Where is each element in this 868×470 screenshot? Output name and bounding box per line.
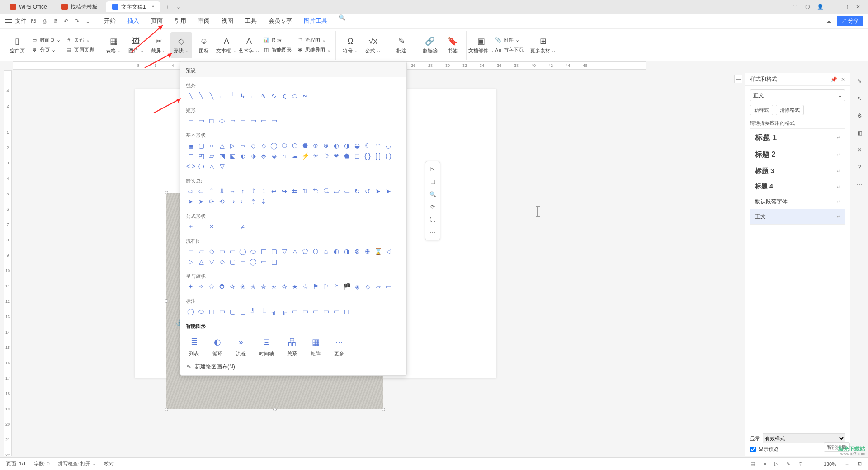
- smart-shape-时间轴[interactable]: ⊟时间轴: [259, 337, 274, 357]
- shape-item[interactable]: ◇: [363, 282, 373, 291]
- shape-item[interactable]: ▭: [331, 306, 341, 316]
- shape-item[interactable]: ⇣: [259, 197, 269, 207]
- shape-item[interactable]: ▭: [321, 306, 331, 316]
- shape-item[interactable]: ☀: [311, 151, 321, 161]
- shape-item[interactable]: ⌐: [248, 91, 258, 101]
- resize-handle[interactable]: [273, 408, 277, 411]
- crop-icon[interactable]: ◫: [427, 176, 439, 188]
- shape-item[interactable]: ➤: [383, 186, 393, 196]
- shape-item[interactable]: ☁: [290, 151, 300, 161]
- shape-item[interactable]: ✪: [217, 282, 227, 291]
- shape-item[interactable]: ⇡: [248, 197, 258, 207]
- shape-item[interactable]: ☆: [300, 282, 310, 291]
- shape-item[interactable]: ⊗: [321, 141, 331, 150]
- tab-insert[interactable]: 插入: [127, 14, 140, 28]
- shape-item[interactable]: 🏴: [342, 282, 352, 291]
- shape-item[interactable]: ▭: [238, 116, 248, 126]
- collapse-panel-button[interactable]: ―: [734, 75, 742, 83]
- shape-item[interactable]: ╗: [269, 306, 279, 316]
- shape-item[interactable]: ➤: [373, 186, 383, 196]
- shape-item[interactable]: ⤵: [259, 186, 269, 196]
- shape-item[interactable]: ✭: [248, 282, 258, 291]
- shape-item[interactable]: △: [290, 246, 300, 256]
- shape-item[interactable]: ▭: [259, 257, 269, 267]
- shape-item[interactable]: ✩: [207, 282, 217, 291]
- shape-item[interactable]: ⌂: [279, 151, 289, 161]
- rotate-icon[interactable]: ⟳: [427, 201, 439, 213]
- shape-item[interactable]: ◯: [248, 257, 258, 267]
- close-button[interactable]: ✕: [852, 4, 864, 10]
- shape-item[interactable]: ⚑: [311, 282, 321, 291]
- shape-item[interactable]: ⇢: [227, 197, 237, 207]
- table-button[interactable]: ▦表格 ⌄: [103, 32, 124, 58]
- shape-item[interactable]: ⚐: [321, 282, 331, 291]
- shape-item[interactable]: ⇠: [238, 197, 248, 207]
- fullscreen-icon[interactable]: ⛶: [427, 214, 439, 226]
- shape-item[interactable]: ╝: [248, 306, 258, 316]
- shape-item[interactable]: ⌂: [321, 246, 331, 256]
- shape-item[interactable]: ⮎: [321, 186, 331, 196]
- resize-handle[interactable]: [165, 299, 168, 303]
- shape-item[interactable]: ⊕: [363, 246, 373, 256]
- shape-item[interactable]: ↪: [279, 186, 289, 196]
- shape-item[interactable]: ◯: [186, 306, 196, 316]
- screenshot-button[interactable]: ✂截屏 ⌄: [148, 32, 170, 58]
- file-menu[interactable]: 文件: [15, 17, 26, 25]
- shape-item[interactable]: ☽: [321, 151, 331, 161]
- fit-width-icon[interactable]: ⇱: [427, 163, 439, 175]
- spellcheck-status[interactable]: 拼写检查: 打开 ⌄: [58, 461, 96, 467]
- shape-item[interactable]: { }: [363, 151, 373, 161]
- shape-item[interactable]: ◻: [207, 116, 217, 126]
- settings-icon[interactable]: ⚙: [855, 111, 864, 120]
- shape-item[interactable]: ▭: [217, 246, 227, 256]
- flowchart-button[interactable]: ⬚流程图 ⌄: [294, 36, 333, 45]
- shape-item[interactable]: ⬡: [290, 141, 300, 150]
- shape-item[interactable]: ∾: [300, 91, 310, 101]
- shape-item[interactable]: ◫: [238, 306, 248, 316]
- bookmark-button[interactable]: 🔖书签: [442, 32, 463, 58]
- new-tab-button[interactable]: ＋: [162, 3, 173, 11]
- resize-handle[interactable]: [165, 191, 168, 194]
- avatar-icon[interactable]: 👤: [814, 4, 826, 10]
- hyperlink-button[interactable]: 🔗超链接: [419, 32, 441, 58]
- save-icon[interactable]: 🖫: [30, 18, 37, 25]
- shape-item[interactable]: ▭: [217, 306, 227, 316]
- minimize-button[interactable]: ―: [826, 4, 839, 10]
- shape-item[interactable]: ▭: [269, 116, 279, 126]
- shape-item[interactable]: ↕: [238, 186, 248, 196]
- shape-item[interactable]: ➤: [196, 197, 206, 207]
- cube-icon[interactable]: ⬡: [801, 4, 814, 10]
- zoom-level[interactable]: 130%: [824, 461, 836, 467]
- comment-button[interactable]: ✎批注: [391, 32, 412, 58]
- shape-item[interactable]: ⇅: [300, 186, 310, 196]
- page-break-button[interactable]: ⤋分页 ⌄: [29, 46, 62, 55]
- textbox-button[interactable]: A文本框 ⌄: [216, 32, 237, 58]
- shape-item[interactable]: ◑: [342, 141, 352, 150]
- shape-item[interactable]: ↔: [227, 186, 237, 196]
- word-count[interactable]: 字数: 0: [34, 461, 49, 467]
- zoom-icon[interactable]: 🔍: [427, 188, 439, 200]
- shape-item[interactable]: ⟨ ⟩: [196, 161, 206, 171]
- view-read-icon[interactable]: ✎: [786, 461, 790, 467]
- shape-item[interactable]: ✯: [269, 282, 279, 291]
- view-web-icon[interactable]: ▷: [774, 461, 778, 467]
- shape-item[interactable]: ╲: [186, 91, 196, 101]
- shape-item[interactable]: ▷: [227, 141, 237, 150]
- smart-shape-关系[interactable]: 品关系: [287, 337, 297, 357]
- print-icon[interactable]: ⎙: [41, 18, 48, 25]
- shape-item[interactable]: ◫: [186, 151, 196, 161]
- shape-item[interactable]: ◻: [207, 306, 217, 316]
- shape-item[interactable]: ◡: [383, 141, 393, 150]
- shape-item[interactable]: ◐: [331, 141, 341, 150]
- shape-item[interactable]: △: [217, 141, 227, 150]
- shape-item[interactable]: ⬟: [342, 151, 352, 161]
- document-canvas[interactable]: ⚓ ↲: [13, 70, 853, 456]
- shape-item[interactable]: ◫: [269, 257, 279, 267]
- shape-item[interactable]: ★: [290, 282, 300, 291]
- resize-handle[interactable]: [165, 408, 168, 411]
- shape-item[interactable]: ⬠: [279, 141, 289, 150]
- smart-shape-列表[interactable]: ≣列表: [189, 337, 199, 357]
- focus-icon[interactable]: ⊡: [858, 461, 862, 467]
- doc-tab-active[interactable]: 文字文稿1 •: [106, 1, 160, 12]
- equation-button[interactable]: √x公式 ⌄: [362, 32, 384, 58]
